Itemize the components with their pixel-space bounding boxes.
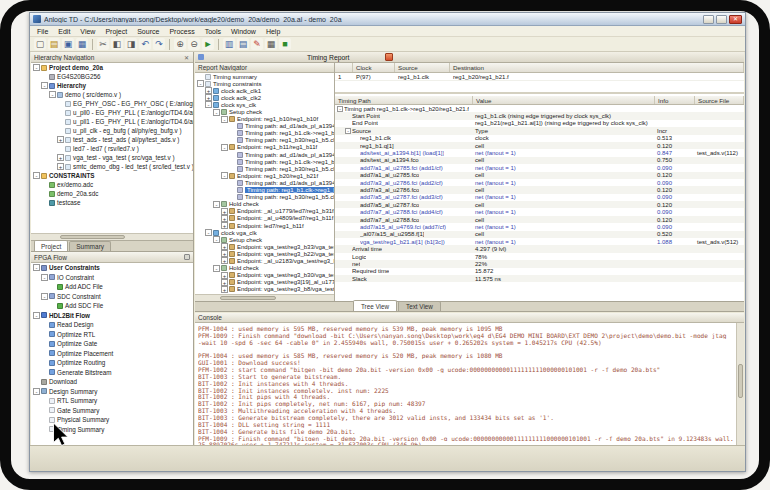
scrollbar-thumb[interactable] (60, 235, 125, 239)
run-icon[interactable]: ► (202, 38, 214, 50)
expander-icon[interactable] (345, 113, 351, 119)
toolbar-separator[interactable] (92, 39, 93, 50)
timing-path-row[interactable]: Slack 11.575 ns (335, 275, 744, 282)
expander-icon[interactable] (41, 407, 48, 414)
expander-icon[interactable]: + (205, 94, 212, 101)
nav-tree-item[interactable]: - Timing constraints (195, 80, 334, 87)
expander-icon[interactable] (49, 302, 56, 309)
menu-item[interactable]: Help (261, 28, 285, 35)
tab-summary[interactable]: Summary (69, 241, 111, 251)
minimize-button[interactable] (703, 15, 714, 24)
zoom-in-icon[interactable]: ⊕ (174, 38, 186, 50)
timing-path-row[interactable]: Arrival time 4.297 (9 lvl) (335, 245, 744, 252)
tree-item[interactable]: u_pll0 - EG_PHY_PLL ( E:/anlogic/TD4.6/a… (31, 108, 193, 117)
expander-icon[interactable] (41, 340, 48, 347)
expander-icon[interactable] (353, 187, 359, 193)
save-icon[interactable]: ▣ (62, 38, 74, 50)
expander-icon[interactable]: - (33, 264, 40, 271)
horizontal-scrollbar[interactable] (31, 233, 193, 240)
expander-icon[interactable] (41, 73, 48, 80)
expander-icon[interactable]: - (33, 64, 40, 71)
flow-item[interactable]: Optimize Gate (31, 339, 193, 349)
undo-icon[interactable]: ↶ (139, 38, 151, 50)
power-icon[interactable]: ■ (279, 38, 291, 50)
expander-icon[interactable] (33, 378, 40, 385)
nav-tree-item[interactable]: - Endpoint: reg1_b10/reg1_b10f (195, 116, 334, 123)
console-scrollbar[interactable] (736, 323, 744, 445)
expander-icon[interactable] (353, 150, 359, 156)
timing-path-row[interactable]: add7/a5_al_u2787.fci (add3/cf) net (fano… (335, 194, 744, 201)
timing-path-row[interactable]: add7/a3_al_u2786.fco cell 0.120 (335, 186, 744, 193)
flow-item[interactable]: - IO Constraint (31, 273, 193, 283)
tab-text-view[interactable]: Text View (398, 301, 441, 311)
flow-item[interactable]: - User Constraints (31, 263, 193, 273)
expander-icon[interactable]: - (221, 116, 228, 123)
flow-item[interactable]: Add SDC File (31, 301, 193, 311)
cut-icon[interactable]: ✂ (97, 38, 109, 50)
tree-item[interactable]: led7 - led7 ( rsv/led7.v ) (31, 144, 193, 153)
expander-icon[interactable] (345, 261, 351, 267)
timing-path-row[interactable]: End Point reg1_b21(reg1_b21.ai[1]) (risi… (335, 120, 744, 127)
flow-item[interactable]: - HDL2Bit Flow (31, 311, 193, 321)
nav-tree-item[interactable]: + Endpoint: _al_u2183/vga_test/reg3_b12f (195, 257, 334, 264)
expander-icon[interactable]: - (213, 109, 220, 116)
expander-icon[interactable]: + (221, 243, 228, 250)
timing-path-row[interactable]: ads/test_ai_a1394.fco cell 0.750 (335, 157, 744, 164)
expander-icon[interactable] (353, 172, 359, 178)
report-icon[interactable]: ▥ (223, 38, 235, 50)
timing-path-row[interactable]: vga_test/reg1_b21.ai[1] (b1[3c]) net (fa… (335, 238, 744, 245)
expander-icon[interactable]: - (205, 229, 212, 236)
nav-tree-item[interactable]: - clock sys_clk (195, 101, 334, 108)
expander-icon[interactable]: + (221, 279, 228, 286)
close-report-icon[interactable] (385, 53, 393, 61)
timing-path-row[interactable]: ads/test_ai_a1394.b[1] (load[1]) net (fa… (335, 149, 744, 156)
copy-icon[interactable]: ◧ (111, 38, 123, 50)
timing-path-row[interactable]: add7/a1_al_u2785.fco cell 0.120 (335, 172, 744, 179)
expander-icon[interactable] (353, 135, 359, 141)
nav-tree-item[interactable]: Timing path: ad_d1/ads_pl_a1394.clk->reg… (195, 151, 334, 158)
flow-item[interactable]: - SDC Constraint (31, 292, 193, 302)
expander-icon[interactable] (353, 239, 359, 245)
flow-item[interactable]: - Design Summary (31, 387, 193, 397)
nav-tree-item[interactable]: Timing summary (195, 73, 334, 80)
timing-path-row[interactable]: add7/a3_al_u2786.fci (add2/cf) net (fano… (335, 179, 744, 186)
expander-icon[interactable]: - (33, 388, 40, 395)
expander-icon[interactable] (345, 268, 351, 274)
menu-item[interactable]: Window (226, 28, 261, 35)
nav-tree-item[interactable]: + Endpoint: _al_u1779/led7/reg1_b31f (195, 208, 334, 215)
nav-tree-item[interactable]: - Endpoint: reg1_b20/reg1_b21f (195, 172, 334, 179)
nav-tree-item[interactable]: + Endpoint: vga_test/reg3_b22/vga_test/r… (195, 250, 334, 257)
expander-icon[interactable] (345, 254, 351, 260)
nav-tree-item[interactable]: Timing path: reg1_b1.clk->reg1_b10/reg1_… (195, 130, 334, 137)
expander-icon[interactable] (41, 190, 48, 197)
pin-icon[interactable] (184, 254, 190, 260)
tree-item[interactable]: + test_ads - test_ads ( al/py/test_ads.v… (31, 135, 193, 144)
nav-tree-item[interactable]: - Setup check (195, 236, 334, 243)
flow-item[interactable]: Optimize Routing (31, 358, 193, 368)
expander-icon[interactable] (41, 199, 48, 206)
close-button[interactable] (729, 15, 742, 24)
expander-icon[interactable]: + (221, 257, 228, 264)
tree-item[interactable]: - demo ( src/demo.v ) (31, 90, 193, 99)
expander-icon[interactable] (353, 209, 359, 215)
tree-item[interactable]: demo_20a.sdc (31, 189, 193, 198)
title-bar[interactable]: Anlogic TD - C:/Users/nanyan.song/Deskto… (30, 13, 745, 26)
timing-path-row[interactable]: reg1_b1.q[1] cell 0.120 (335, 142, 744, 149)
menu-item[interactable]: Process (164, 28, 199, 35)
tree-item[interactable]: - Hierarchy (31, 81, 193, 90)
expander-icon[interactable]: + (57, 163, 64, 170)
tree-item[interactable]: u_pll_clk - eg_bufg ( al/phy/eg_bufg.v ) (31, 126, 193, 135)
expander-icon[interactable]: + (57, 154, 64, 161)
menu-item[interactable]: Edit (53, 28, 75, 35)
nav-tree-item[interactable]: + clock aclk_clk1 (195, 87, 334, 94)
expander-icon[interactable]: - (337, 106, 343, 112)
expander-icon[interactable] (41, 321, 48, 328)
expander-icon[interactable] (353, 143, 359, 149)
expander-icon[interactable]: - (41, 293, 48, 300)
expander-icon[interactable] (345, 120, 351, 126)
timing-path-row[interactable]: add7/a7_al_u2788.fci (add4/cf) net (fano… (335, 208, 744, 215)
timing-path-row[interactable]: _al07/a15_al_u2958.f[1] cell 0.520 (335, 231, 744, 238)
wave-icon[interactable]: ▤ (237, 38, 249, 50)
expander-icon[interactable] (41, 350, 48, 357)
expander-icon[interactable]: + (221, 272, 228, 279)
